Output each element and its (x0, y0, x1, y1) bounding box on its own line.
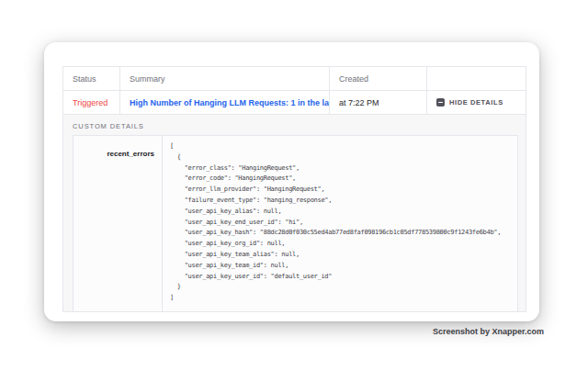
status-badge: Triggered (73, 98, 107, 107)
details-code-box: recent_errors [ { "error_class": "Hangin… (73, 135, 518, 312)
table-header-row: Status Summary Created (63, 67, 526, 91)
table-row: Triggered High Number of Hanging LLM Req… (63, 91, 526, 115)
created-cell: at 7:22 PM (329, 91, 426, 115)
column-header-status: Status (63, 67, 119, 91)
xnapper-credit: Screenshot by Xnapper.com (433, 327, 544, 336)
details-value-column: [ { "error_class": "HangingRequest", "er… (163, 136, 517, 311)
column-header-actions (426, 67, 526, 91)
column-header-summary: Summary (119, 67, 329, 91)
hide-details-label: HIDE DETAILS (449, 98, 503, 107)
json-code: [ { "error_class": "HangingRequest", "er… (163, 136, 517, 309)
created-timestamp: at 7:22 PM (339, 98, 379, 107)
custom-details-heading: CUSTOM DETAILS (73, 122, 516, 130)
alert-summary-link[interactable]: High Number of Hanging LLM Requests: 1 i… (130, 98, 329, 107)
recent-errors-key: recent_errors (107, 150, 154, 158)
actions-cell: HIDE DETAILS (426, 91, 526, 115)
summary-cell: High Number of Hanging LLM Requests: 1 i… (119, 91, 329, 115)
alerts-table: Status Summary Created Triggered High Nu… (62, 66, 526, 312)
collapse-minus-icon (436, 98, 445, 107)
status-cell: Triggered (63, 91, 119, 115)
column-header-created: Created (329, 67, 426, 91)
alerts-card: Status Summary Created Triggered High Nu… (44, 42, 539, 321)
custom-details-panel: CUSTOM DETAILS recent_errors [ { "error_… (63, 115, 526, 311)
hide-details-button[interactable]: HIDE DETAILS (436, 98, 503, 107)
details-key-column: recent_errors (74, 136, 163, 311)
